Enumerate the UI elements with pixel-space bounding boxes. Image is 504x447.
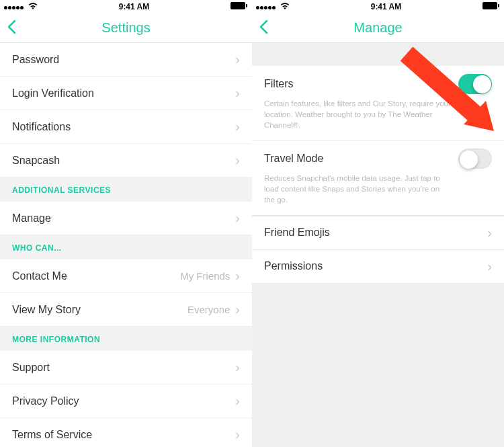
row-terms-of-service[interactable]: Terms of Service › <box>0 418 252 447</box>
travel-mode-block: Travel Mode Reduces Snapchat's mobile da… <box>252 140 504 215</box>
travel-mode-description: Reduces Snapchat's mobile data usage. Ju… <box>264 173 492 205</box>
svg-rect-3 <box>498 4 499 7</box>
filters-description: Certain features, like filters and Our S… <box>264 98 492 130</box>
svg-rect-1 <box>246 4 247 7</box>
section-additional-services: ADDITIONAL SERVICES <box>0 177 252 202</box>
chevron-right-icon: › <box>235 393 240 409</box>
row-permissions[interactable]: Permissions › <box>252 250 504 284</box>
chevron-right-icon: › <box>235 210 240 226</box>
row-label: Notifications <box>12 121 235 133</box>
chevron-right-icon: › <box>235 360 240 375</box>
status-time: 9:41 AM <box>371 2 402 11</box>
signal-dots-icon <box>256 2 276 11</box>
section-who-can: WHO CAN... <box>0 235 252 259</box>
back-button[interactable] <box>7 17 16 39</box>
row-label: Contact Me <box>12 270 180 282</box>
filters-toggle[interactable] <box>458 74 492 94</box>
chevron-right-icon: › <box>487 225 492 241</box>
row-notifications[interactable]: Notifications › <box>0 110 252 144</box>
row-label: Login Verification <box>12 87 235 99</box>
chevron-right-icon: › <box>235 85 240 101</box>
row-label: Permissions <box>264 260 487 272</box>
status-bar: 9:41 AM <box>252 0 504 13</box>
chevron-right-icon: › <box>487 259 492 274</box>
chevron-right-icon: › <box>235 302 240 317</box>
chevron-right-icon: › <box>235 268 240 284</box>
status-time: 9:41 AM <box>119 2 150 11</box>
row-label: Privacy Policy <box>12 395 235 407</box>
row-label: Manage <box>12 212 235 225</box>
row-support[interactable]: Support › <box>0 351 252 384</box>
back-button[interactable] <box>259 17 268 39</box>
page-title: Settings <box>101 20 150 36</box>
svg-rect-2 <box>482 2 497 9</box>
nav-bar: Manage <box>252 13 504 43</box>
chevron-right-icon: › <box>235 119 240 134</box>
status-bar: 9:41 AM <box>0 0 252 13</box>
row-value: Everyone <box>187 304 230 315</box>
row-snapcash[interactable]: Snapcash › <box>0 144 252 177</box>
battery-icon <box>482 2 500 12</box>
row-manage[interactable]: Manage › <box>0 202 252 235</box>
nav-bar: Settings <box>0 13 252 43</box>
row-label: View My Story <box>12 304 187 316</box>
row-value: My Friends <box>180 270 230 282</box>
signal-dots-icon <box>4 2 24 11</box>
row-label: Friend Emojis <box>264 227 487 239</box>
row-label: Support <box>12 362 235 374</box>
chevron-right-icon: › <box>235 427 240 442</box>
row-label: Password <box>12 54 235 66</box>
battery-icon <box>230 2 248 12</box>
travel-mode-toggle[interactable] <box>458 149 492 169</box>
section-more-information: MORE INFORMATION <box>0 327 252 351</box>
page-title: Manage <box>353 20 402 36</box>
filters-label: Filters <box>264 78 294 90</box>
row-contact-me[interactable]: Contact Me My Friends › <box>0 259 252 293</box>
row-label: Terms of Service <box>12 429 235 441</box>
chevron-right-icon: › <box>235 153 240 168</box>
row-label: Snapcash <box>12 155 235 167</box>
svg-rect-0 <box>230 2 245 9</box>
row-friend-emojis[interactable]: Friend Emojis › <box>252 216 504 250</box>
row-view-my-story[interactable]: View My Story Everyone › <box>0 293 252 327</box>
row-password[interactable]: Password › <box>0 43 252 77</box>
row-login-verification[interactable]: Login Verification › <box>0 77 252 110</box>
manage-screen: 9:41 AM Manage Filters Certain features,… <box>252 0 504 447</box>
wifi-icon <box>28 2 38 11</box>
wifi-icon <box>280 2 290 11</box>
manage-list[interactable]: Filters Certain features, like filters a… <box>252 43 504 447</box>
spacer <box>252 43 504 66</box>
row-privacy-policy[interactable]: Privacy Policy › <box>0 384 252 418</box>
settings-list[interactable]: Password › Login Verification › Notifica… <box>0 43 252 447</box>
travel-mode-label: Travel Mode <box>264 153 323 165</box>
chevron-right-icon: › <box>235 52 240 67</box>
settings-screen: 9:41 AM Settings Password › Login Verifi… <box>0 0 252 447</box>
filters-block: Filters Certain features, like filters a… <box>252 66 504 140</box>
